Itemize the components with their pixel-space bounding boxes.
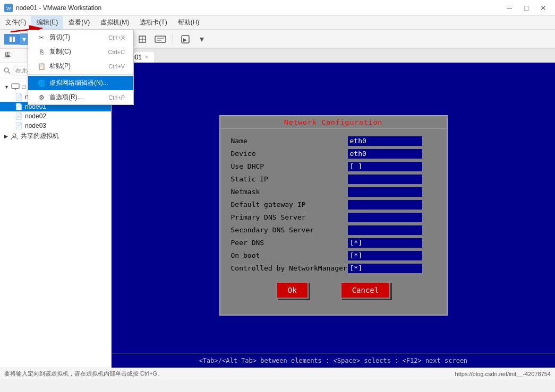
vm-icon: 📄 bbox=[15, 93, 23, 101]
field-value: [*] bbox=[348, 251, 422, 260]
computer-icon bbox=[11, 83, 20, 91]
tab-close-icon[interactable]: × bbox=[145, 54, 148, 60]
menu-bar: 文件(F) 编辑(E) 查看(V) 虚拟机(M) 选项卡(T) 帮助(H) ✂ … bbox=[0, 16, 555, 30]
field-static-ip: Static IP bbox=[231, 175, 436, 184]
pause-button[interactable] bbox=[4, 34, 20, 45]
field-label: Device bbox=[231, 150, 348, 158]
minimize-button[interactable]: ─ bbox=[502, 2, 517, 14]
field-value bbox=[348, 187, 422, 197]
field-primary-dns: Primary DNS Server bbox=[231, 213, 436, 222]
status-right: https://blog.csdn.net/init__-42078754 bbox=[455, 371, 551, 377]
field-label: Use DHCP bbox=[231, 162, 348, 170]
field-value bbox=[348, 213, 422, 222]
field-label: Name bbox=[231, 137, 348, 145]
search-icon bbox=[3, 67, 11, 74]
toolbar-send-keys-button[interactable] bbox=[152, 32, 168, 47]
network-icon: 🌐 bbox=[37, 80, 46, 87]
menu-tabs[interactable]: 选项卡(T) bbox=[134, 16, 172, 29]
menu-virtual-network-editor[interactable]: 🌐 虚拟网络编辑器(N)... bbox=[28, 76, 133, 90]
vm-screen[interactable]: Network Configuration Name eth0 Device e… bbox=[112, 63, 555, 368]
field-value: [*] bbox=[348, 238, 422, 248]
svg-rect-17 bbox=[155, 36, 166, 42]
vm-icon: 📄 bbox=[15, 112, 23, 120]
field-label: Secondary DNS Server bbox=[231, 226, 348, 234]
field-label: Peer DNS bbox=[231, 239, 348, 247]
field-controlled-by-nm: Controlled by NetworkManager [*] bbox=[231, 264, 436, 273]
menu-view[interactable]: 查看(V) bbox=[63, 16, 95, 29]
scissors-icon: ✂ bbox=[37, 34, 46, 41]
settings-icon: ⚙ bbox=[37, 94, 46, 101]
window-title: node01 - VMware Workstation bbox=[16, 4, 101, 12]
svg-point-27 bbox=[13, 134, 16, 137]
menu-help[interactable]: 帮助(H) bbox=[173, 16, 205, 29]
field-value: eth0 bbox=[348, 136, 422, 146]
field-device: Device eth0 bbox=[231, 149, 436, 159]
toolbar-settings-button[interactable]: ▶ bbox=[177, 32, 193, 47]
edit-dropdown-menu: ✂ 剪切(T) Ctrl+X ⎘ 复制(C) Ctrl+C 📋 粘贴(P) Ct… bbox=[28, 30, 134, 105]
menu-preferences[interactable]: ⚙ 首选项(R)... Ctrl+P bbox=[28, 90, 133, 104]
status-left: 要将输入定向到该虚拟机，请在虚拟机内部单击或按 Ctrl+G。 bbox=[4, 370, 163, 378]
chevron-right-icon: ▶ bbox=[4, 134, 8, 139]
vm-selected-icon: 📄 bbox=[15, 103, 23, 110]
sidebar-item-shared[interactable]: ▶ 共享的虚拟机 bbox=[0, 130, 111, 142]
field-gateway: Default gateway IP bbox=[231, 200, 436, 210]
field-label: Static IP bbox=[231, 175, 348, 183]
toolbar-unity-button[interactable] bbox=[134, 32, 150, 47]
svg-point-22 bbox=[4, 68, 8, 72]
sidebar-item-node03-bottom[interactable]: 📄 node03 bbox=[0, 121, 111, 130]
close-button[interactable]: ✕ bbox=[536, 2, 551, 14]
chevron-down-icon: ▼ bbox=[4, 84, 9, 90]
maximize-button[interactable]: □ bbox=[519, 2, 534, 14]
menu-vm[interactable]: 虚拟机(M) bbox=[95, 16, 134, 29]
menu-file[interactable]: 文件(F) bbox=[0, 16, 31, 29]
field-on-boot: On boot [*] bbox=[231, 251, 436, 260]
sidebar-item-label: node03 bbox=[25, 122, 46, 129]
menu-copy[interactable]: ⎘ 复制(C) Ctrl+C bbox=[28, 45, 133, 59]
field-label: Default gateway IP bbox=[231, 201, 348, 208]
title-bar: W node01 - VMware Workstation ─ □ ✕ bbox=[0, 0, 555, 16]
app-icon: W bbox=[4, 4, 13, 12]
vm-icon: 📄 bbox=[15, 122, 23, 129]
sidebar-item-label: node02 bbox=[25, 112, 46, 120]
svg-rect-2 bbox=[10, 37, 12, 42]
svg-text:W: W bbox=[6, 6, 11, 11]
sidebar-item-node02[interactable]: 📄 node02 bbox=[0, 111, 111, 121]
toolbar-pause-group: ▾ bbox=[4, 33, 28, 45]
svg-text:▶: ▶ bbox=[183, 37, 187, 42]
dialog-body: Name eth0 Device eth0 Use DHCP [ ] Stati… bbox=[220, 129, 447, 315]
svg-rect-3 bbox=[13, 37, 15, 42]
field-label: On boot bbox=[231, 251, 348, 259]
field-netmask: Netmask bbox=[231, 187, 436, 197]
field-value bbox=[348, 200, 422, 210]
sidebar-item-label: 共享的虚拟机 bbox=[21, 132, 59, 141]
paste-icon: 📋 bbox=[37, 63, 46, 70]
svg-line-23 bbox=[8, 72, 10, 74]
ok-button[interactable]: Ok bbox=[276, 282, 309, 299]
field-label: Controlled by NetworkManager bbox=[231, 264, 348, 272]
field-name: Name eth0 bbox=[231, 136, 436, 146]
field-peer-dns: Peer DNS [*] bbox=[231, 238, 436, 248]
toolbar-settings-dropdown-button[interactable]: ▾ bbox=[195, 32, 208, 47]
field-label: Primary DNS Server bbox=[231, 213, 348, 221]
field-value: [ ] bbox=[348, 162, 422, 171]
vm-hint: <Tab>/<Alt-Tab> between elements : <Spac… bbox=[112, 353, 555, 368]
tab-bar: node01 × bbox=[112, 49, 555, 63]
field-secondary-dns: Secondary DNS Server bbox=[231, 225, 436, 235]
menu-paste[interactable]: 📋 粘贴(P) Ctrl+V bbox=[28, 59, 133, 73]
copy-icon: ⎘ bbox=[37, 48, 46, 56]
field-use-dhcp: Use DHCP [ ] bbox=[231, 162, 436, 171]
dialog-title: Network Configuration bbox=[220, 116, 447, 129]
dialog-buttons: Ok Cancel bbox=[231, 282, 436, 307]
pause-dropdown-button[interactable]: ▾ bbox=[20, 33, 28, 45]
network-config-dialog: Network Configuration Name eth0 Device e… bbox=[219, 115, 448, 316]
field-label: Netmask bbox=[231, 188, 348, 196]
menu-cut[interactable]: ✂ 剪切(T) Ctrl+X bbox=[28, 30, 133, 45]
menu-separator bbox=[28, 74, 133, 75]
shared-icon bbox=[10, 133, 19, 140]
field-value: [*] bbox=[348, 264, 422, 273]
vm-content-area: node01 × Network Configuration Name eth0… bbox=[112, 49, 555, 368]
cancel-button[interactable]: Cancel bbox=[340, 282, 391, 299]
menu-edit[interactable]: 编辑(E) bbox=[31, 16, 63, 29]
svg-rect-24 bbox=[12, 84, 19, 89]
status-bar: 要将输入定向到该虚拟机，请在虚拟机内部单击或按 Ctrl+G。 https://… bbox=[0, 368, 555, 379]
